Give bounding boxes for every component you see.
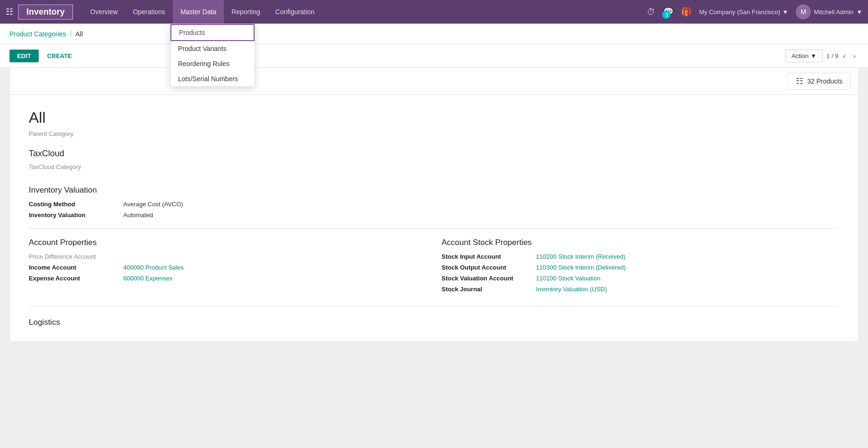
stock-journal-row: Stock Journal Inventory Valuation (USD) [442,286,839,293]
pagination-prev-button[interactable]: ‹ [840,51,848,61]
nav-item-master-data[interactable]: Master Data [173,0,224,24]
pagination-info: 1 / 9 [826,52,838,59]
products-count: 32 Products [807,77,842,85]
breadcrumb-separator: / [70,30,72,38]
stock-valuation-label: Stock Valuation Account [442,275,536,282]
inventory-valuation-title: Inventory Valuation [29,182,839,195]
account-stock-title: Account Stock Properties [442,238,839,247]
stock-output-row: Stock Output Account 110300 Stock Interi… [442,264,839,271]
clock-icon[interactable]: ⏱ [647,7,655,17]
inventory-valuation-field-value: Automated [123,211,153,219]
stock-valuation-value[interactable]: 110100 Stock Valuation [536,275,600,282]
stock-valuation-row: Stock Valuation Account 110100 Stock Val… [442,275,839,282]
income-account-row: Income Account 400000 Product Sales [29,264,426,271]
costing-method-value: Average Cost (AVCO) [123,201,183,208]
stock-journal-value[interactable]: Inventory Valuation (USD) [536,286,607,293]
taxcloud-category-label: TaxCloud Category [29,163,839,170]
account-properties-col: Account Properties Price Difference Acco… [29,238,426,296]
dropdown-item-product-variants[interactable]: Product Variants [170,41,255,56]
stock-output-value[interactable]: 110300 Stock Interim (Delivered) [536,264,626,271]
top-nav: ☷ Inventory Overview Operations Master D… [0,0,868,24]
stock-journal-label: Stock Journal [442,286,536,293]
nav-item-overview[interactable]: Overview [83,0,125,24]
nav-menu: Overview Operations Master Data Reportin… [83,0,647,24]
inventory-valuation-row: Inventory Valuation Automated [29,211,839,219]
income-account-value[interactable]: 400000 Product Sales [123,264,184,271]
app-brand[interactable]: Inventory [18,4,73,20]
expense-account-label: Expense Account [29,275,123,282]
master-data-dropdown: Products Product Variants Reordering Rul… [170,24,255,87]
stock-output-label: Stock Output Account [442,264,536,271]
company-selector[interactable]: My Company (San Francisco) ▼ [699,8,788,16]
list-icon: ☷ [796,76,803,86]
action-chevron-icon: ▼ [810,52,817,59]
nav-right: ⏱ 💬 3 🎁 My Company (San Francisco) ▼ M M… [647,4,862,19]
nav-item-operations[interactable]: Operations [125,0,172,24]
gift-icon[interactable]: 🎁 [681,7,691,17]
record-title: All [29,109,839,127]
costing-method-label: Costing Method [29,201,123,208]
stock-input-label: Stock Input Account [442,253,536,260]
pagination: 1 / 9 ‹ › [826,51,859,61]
create-button[interactable]: CREATE [43,50,77,62]
subheader: Product Categories / All [0,24,868,44]
taxcloud-section-title: TaxCloud [29,149,839,159]
breadcrumb: Product Categories / All [9,30,859,38]
action-button[interactable]: Action ▼ [785,50,823,62]
divider-1 [29,228,839,228]
dropdown-item-lots-serial[interactable]: Lots/Serial Numbers [170,71,255,86]
edit-button[interactable]: EDIT [9,50,39,62]
products-count-box[interactable]: ☷ 32 Products [788,73,851,90]
user-menu[interactable]: M Mitchell Admin ▼ [796,4,862,19]
avatar: M [796,4,811,19]
breadcrumb-current: All [76,30,83,38]
parent-category-label: Parent Category [29,130,839,137]
chevron-down-icon: ▼ [782,8,788,16]
costing-method-row: Costing Method Average Cost (AVCO) [29,201,839,208]
stock-input-value[interactable]: 110200 Stock Interim (Received) [536,253,625,260]
account-stock-properties-col: Account Stock Properties Stock Input Acc… [442,238,839,296]
apps-icon[interactable]: ☷ [6,7,13,17]
divider-2 [29,306,839,306]
inventory-valuation-field-label: Inventory Valuation [29,211,123,219]
message-badge: 3 [662,10,671,19]
two-col-section: Account Properties Price Difference Acco… [29,238,839,296]
dropdown-item-products[interactable]: Products [170,24,255,41]
message-icon-wrapper: 💬 3 [663,7,673,17]
stock-input-row: Stock Input Account 110200 Stock Interim… [442,253,839,260]
user-chevron-icon: ▼ [856,8,862,16]
pagination-next-button[interactable]: › [851,51,859,61]
products-bar: ☷ 32 Products [9,68,859,95]
dropdown-item-reordering-rules[interactable]: Reordering Rules [170,56,255,71]
expense-account-row: Expense Account 600000 Expenses [29,275,426,282]
logistics-title: Logistics [29,318,839,327]
breadcrumb-parent[interactable]: Product Categories [9,30,66,38]
income-account-label: Income Account [29,264,123,271]
price-diff-row: Price Difference Account [29,253,426,260]
nav-item-reporting[interactable]: Reporting [224,0,268,24]
nav-item-configuration[interactable]: Configuration [268,0,322,24]
expense-account-value[interactable]: 600000 Expenses [123,275,172,282]
main-content: All Parent Category TaxCloud TaxCloud Ca… [9,95,859,342]
price-diff-label: Price Difference Account [29,253,123,260]
account-properties-title: Account Properties [29,238,426,247]
toolbar: EDIT CREATE Action ▼ 1 / 9 ‹ › [0,44,868,68]
